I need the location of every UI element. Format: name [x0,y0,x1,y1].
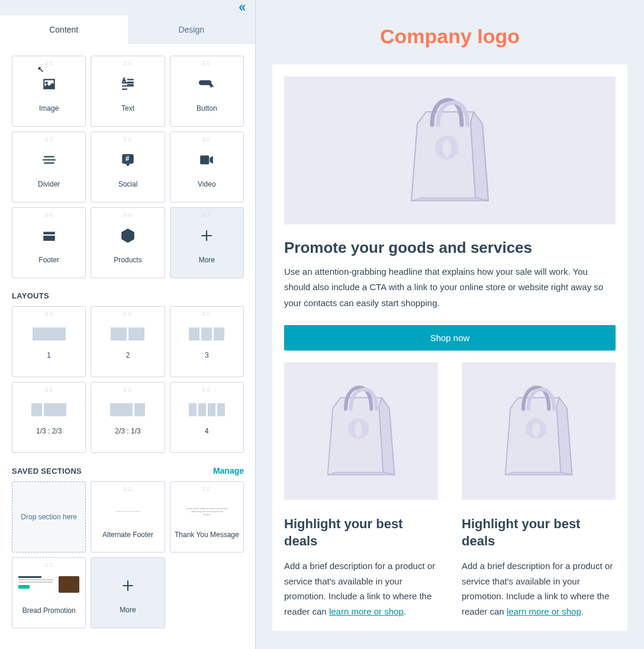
social-icon: # [120,149,136,171]
column-text[interactable]: Add a brief description for a product or… [462,558,616,619]
sidebar: Content Design ⠿⠿ ↖ Image ⠿⠿ A Text ⠿⠿ B… [0,0,256,649]
column-left: Highlight your best deals Add a brief de… [284,362,438,619]
layout-1[interactable]: ⠿⠿ 1 [12,306,86,377]
video-icon [199,149,214,171]
svg-text:A: A [121,76,127,85]
divider-icon [41,149,57,171]
drag-handle-icon: ⠿⠿ [123,61,133,67]
layout-2-3-1-3[interactable]: ⠿⠿ 2/3 : 1/3 [91,382,165,453]
manage-link[interactable]: Manage [213,466,244,475]
layout-1-3-2-3[interactable]: ⠿⠿ 1/3 : 2/3 [12,382,86,453]
drag-handle-icon: ⠿⠿ [202,311,211,317]
drag-handle-icon: ⠿⠿ [123,137,133,143]
block-divider[interactable]: ⠿⠿ Divider [12,131,86,203]
company-logo[interactable]: Company logo [272,25,627,48]
svg-rect-5 [200,155,209,164]
chevron-collapse-icon [237,3,247,12]
block-social[interactable]: ⠿⠿ # Social [91,131,165,203]
saved-preview [95,498,161,525]
block-button[interactable]: ⠿⠿ Button [170,56,244,127]
drag-handle-icon: ⠿⠿ [44,213,54,219]
saved-alternate-footer[interactable]: ⠿⠿ Alternate Footer [91,481,165,552]
shopping-bag-icon [405,94,494,207]
headline[interactable]: Promote your goods and services [284,239,616,257]
plus-icon [120,575,136,596]
image-icon [41,73,57,95]
cursor-icon: ↖ [37,65,44,74]
email-body: Promote your goods and services Use an a… [272,65,627,631]
drag-handle-icon: ⠿⠿ [44,137,54,143]
drag-handle-icon: ⠿⠿ [44,387,54,393]
svg-rect-7 [43,236,55,241]
saved-preview: Lorem ipsum dolor sit amet consecteturad… [174,498,240,525]
drag-handle-icon: ⠿⠿ [44,311,54,317]
drag-handle-icon: ⠿⠿ [123,487,133,493]
text-icon: A [120,73,136,95]
content-panel: ⠿⠿ ↖ Image ⠿⠿ A Text ⠿⠿ Button ⠿⠿ Divide… [0,44,255,640]
saved-sections-title: SAVED SECTIONS [12,467,82,475]
collapse-bar[interactable] [0,0,255,15]
email-canvas[interactable]: Company logo Promote your goods and serv… [256,0,644,649]
layout-3[interactable]: ⠿⠿ 3 [170,306,244,377]
block-footer[interactable]: ⠿⠿ Footer [12,207,86,278]
column-text[interactable]: Add a brief description for a product or… [284,558,438,619]
tabs: Content Design [0,15,255,44]
drag-handle-icon: ⠿⠿ [202,61,211,67]
button-icon [199,73,214,95]
saved-preview [16,574,82,600]
shopping-bag-icon [500,381,577,481]
column-heading[interactable]: Highlight your best deals [462,515,616,550]
drag-handle-icon: ⠿⠿ [44,61,54,67]
product-image-placeholder[interactable] [284,362,438,500]
tab-design[interactable]: Design [128,15,256,44]
drag-handle-icon: ⠿⠿ [202,137,211,143]
shopping-bag-icon [323,381,400,481]
drag-handle-icon: ⠿⠿ [123,387,133,393]
block-image[interactable]: ⠿⠿ ↖ Image [12,56,86,127]
svg-text:#: # [125,155,130,163]
column-right: Highlight your best deals Add a brief de… [462,362,616,619]
tab-content[interactable]: Content [0,15,128,44]
saved-bread-promotion[interactable]: ⠿⠿ Bread Promotion [12,557,86,628]
body-paragraph[interactable]: Use an attention-grabbing headline that … [284,264,616,311]
drag-handle-icon: ⠿⠿ [123,213,133,219]
shop-now-button[interactable]: Shop now [284,325,616,351]
block-text[interactable]: ⠿⠿ A Text [91,56,165,127]
plus-icon [199,225,214,246]
drag-handle-icon: ⠿⠿ [123,311,133,317]
drag-handle-icon: ⠿⠿ [44,563,54,568]
drag-handle-icon: ⠿⠿ [202,387,211,393]
saved-thank-you[interactable]: ⠿⠿ Lorem ipsum dolor sit amet consectetu… [170,481,244,552]
products-icon [120,225,136,246]
layout-4[interactable]: ⠿⠿ 4 [170,382,244,453]
layouts-title: LAYOUTS [12,291,244,300]
block-video[interactable]: ⠿⠿ Video [170,131,244,203]
drop-section-target[interactable]: Drop section here [12,481,86,552]
learn-more-link[interactable]: learn more or shop [507,606,581,616]
learn-more-link[interactable]: learn more or shop [329,606,404,616]
column-heading[interactable]: Highlight your best deals [284,515,438,550]
block-more[interactable]: ⠿⠿ More [170,207,244,278]
drag-handle-icon: ⠿⠿ [202,213,211,219]
hero-image-placeholder[interactable] [284,76,616,224]
svg-rect-6 [43,232,55,234]
footer-icon [41,225,57,246]
layout-2[interactable]: ⠿⠿ 2 [91,306,165,377]
product-image-placeholder[interactable] [462,362,616,500]
drag-handle-icon: ⠿⠿ [202,487,211,493]
block-products[interactable]: ⠿⠿ Products [91,207,165,278]
saved-more[interactable]: More [91,557,165,628]
